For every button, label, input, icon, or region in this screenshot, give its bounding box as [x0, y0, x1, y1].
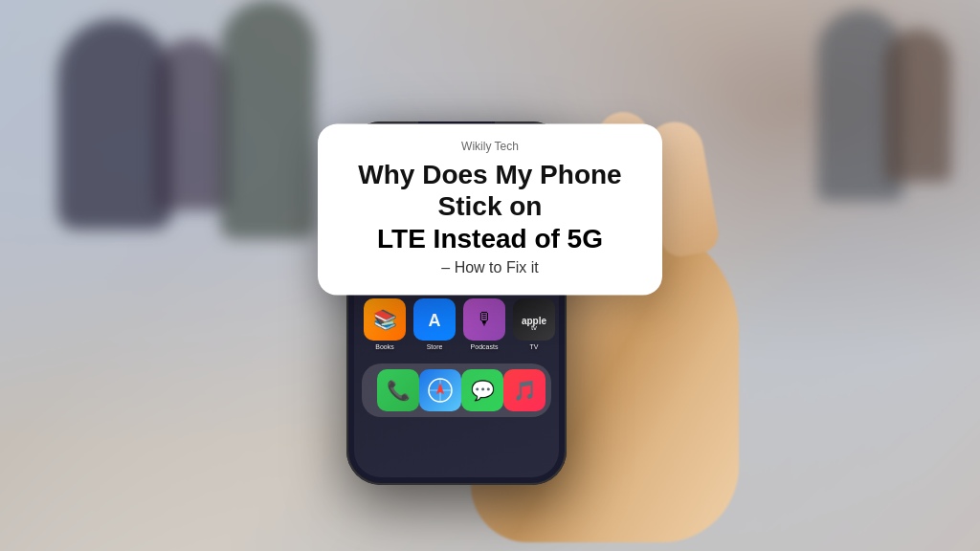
app-store-label: Store — [427, 343, 443, 350]
app-podcasts[interactable]: 🎙 Podcasts — [463, 298, 505, 350]
app-store-icon: A — [413, 298, 456, 341]
title-line2: LTE Instead of 5G — [377, 224, 603, 253]
title-subtitle: – How to Fix it — [348, 258, 632, 276]
dock-safari[interactable] — [419, 369, 461, 411]
app-tv[interactable]: apple tv TV — [513, 298, 555, 350]
books-label: Books — [375, 343, 393, 350]
dock-music[interactable]: 🎵 — [503, 369, 546, 411]
bg-figure-3 — [220, 0, 316, 239]
podcasts-icon: 🎙 — [463, 298, 505, 341]
svg-text:tv: tv — [531, 323, 537, 330]
dock-music-icon: 🎵 — [503, 369, 546, 411]
dock-messages-icon: 💬 — [461, 369, 503, 411]
podcasts-label: Podcasts — [471, 343, 499, 350]
bg-figure-5 — [884, 29, 951, 182]
dock-phone[interactable]: 📞 — [377, 369, 419, 411]
title-main: Why Does My Phone Stick on LTE Instead o… — [348, 158, 632, 254]
dock-messages[interactable]: 💬 — [461, 369, 503, 411]
app-store[interactable]: A Store — [413, 298, 456, 350]
dock-phone-icon: 📞 — [377, 369, 419, 411]
tv-label: TV — [530, 343, 539, 350]
title-card: Wikily Tech Why Does My Phone Stick on L… — [318, 123, 662, 295]
bg-figure-2 — [153, 38, 230, 210]
books-icon: 📚 — [364, 298, 406, 341]
site-name: Wikily Tech — [348, 139, 632, 152]
dock-safari-icon — [419, 369, 461, 411]
tv-icon: apple tv — [513, 298, 555, 341]
svg-text:A: A — [429, 311, 441, 330]
app-books[interactable]: 📚 Books — [364, 298, 406, 350]
title-line1: Why Does My Phone Stick on — [358, 159, 621, 221]
phone-dock: 📞 💬 🎵 — [362, 364, 551, 417]
